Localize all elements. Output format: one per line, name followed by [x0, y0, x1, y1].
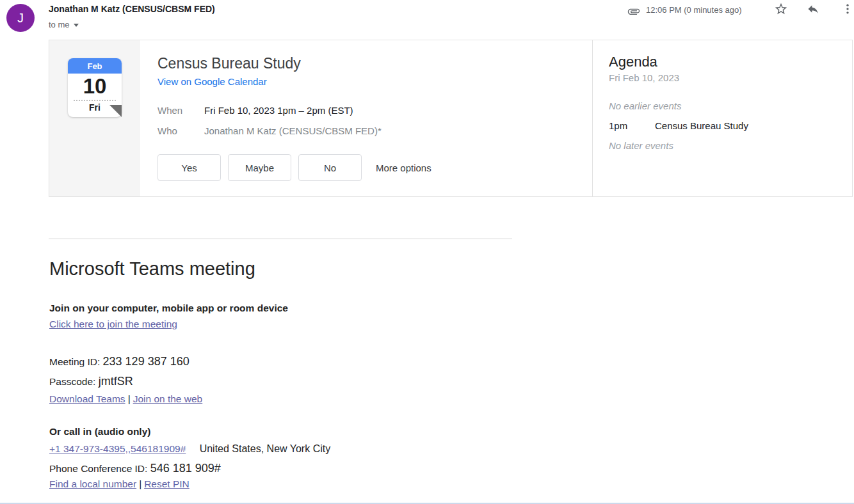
when-row: When Fri Feb 10, 2023 1pm – 2pm (EST) [157, 104, 592, 117]
calendar-date-icon: Feb 10 Fri [68, 58, 122, 117]
join-meeting-link[interactable]: Click here to join the meeting [49, 319, 177, 329]
avatar[interactable]: J [6, 4, 35, 32]
section-divider [49, 239, 512, 239]
who-row: Who Jonathan M Katz (CENSUS/CBSM FED)* [157, 125, 592, 138]
calendar-invite-card: Feb 10 Fri Census Bureau Study View on G… [49, 40, 853, 197]
no-later-events: No later events [609, 140, 852, 151]
conference-id-label: Phone Conference ID: [49, 463, 147, 474]
rsvp-no-button[interactable]: No [298, 154, 362, 181]
no-earlier-events: No earlier events [609, 100, 852, 111]
local-number-row: Find a local number|Reset PIN [49, 478, 854, 490]
rsvp-row: Yes Maybe No More options [157, 154, 592, 181]
download-teams-link[interactable]: Download Teams [49, 393, 125, 404]
date-panel: Feb 10 Fri [49, 40, 140, 196]
separator: | [139, 478, 141, 489]
agenda-event-title: Census Bureau Study [655, 120, 748, 131]
conference-id-row: Phone Conference ID: 546 181 909# [49, 462, 854, 475]
attachment-icon [627, 5, 640, 18]
reply-icon[interactable] [807, 3, 819, 15]
phone-location: United States, New York City [200, 443, 331, 454]
dial-in-number-link[interactable]: +1 347-973-4395,,546181909# [49, 443, 186, 454]
teams-meeting-section: Microsoft Teams meeting Join on your com… [49, 258, 854, 490]
more-options-button[interactable]: More options [376, 162, 431, 173]
passcode-value: jmtfSR [99, 375, 133, 388]
recipient-label: to me [49, 20, 70, 29]
star-icon[interactable] [774, 2, 788, 16]
calendar-day: 10 [68, 74, 122, 98]
meeting-id-value: 233 129 387 160 [103, 355, 189, 368]
view-on-google-calendar-link[interactable]: View on Google Calendar [157, 76, 267, 87]
message-header: J Jonathan M Katz (CENSUS/CBSM FED) to m… [0, 0, 854, 40]
event-details: Census Bureau Study View on Google Calen… [140, 40, 592, 196]
teams-heading: Microsoft Teams meeting [49, 258, 854, 280]
agenda-event-row: 1pm Census Bureau Study [609, 120, 852, 131]
when-label: When [157, 104, 204, 117]
calendar-weekday: Fri [68, 101, 122, 117]
passcode-label: Passcode: [49, 376, 95, 387]
call-in-heading: Or call in (audio only) [49, 426, 854, 437]
rsvp-yes-button[interactable]: Yes [157, 154, 221, 181]
who-value: Jonathan M Katz (CENSUS/CBSM FED)* [204, 125, 382, 138]
rsvp-maybe-button[interactable]: Maybe [228, 154, 291, 181]
recipient-dropdown[interactable]: to me [49, 20, 79, 29]
timestamp: 12:06 PM (0 minutes ago) [646, 5, 742, 15]
more-vert-icon[interactable] [841, 2, 854, 16]
join-on-web-link[interactable]: Join on the web [133, 393, 203, 404]
meeting-id-label: Meeting ID: [49, 356, 100, 367]
calendar-month: Feb [68, 58, 122, 74]
agenda-date: Fri Feb 10, 2023 [609, 72, 852, 83]
agenda-title: Agenda [609, 54, 852, 70]
separator: | [128, 393, 131, 404]
phone-row: +1 347-973-4395,,546181909# United State… [49, 443, 854, 455]
when-value: Fri Feb 10, 2023 1pm – 2pm (EST) [204, 104, 353, 117]
sender-name: Jonathan M Katz (CENSUS/CBSM FED) [49, 4, 215, 14]
agenda-panel: Agenda Fri Feb 10, 2023 No earlier event… [592, 40, 852, 196]
chevron-down-icon [74, 24, 79, 27]
join-heading: Join on your computer, mobile app or roo… [49, 303, 854, 314]
teams-links-row: Download Teams|Join on the web [49, 393, 854, 405]
find-local-number-link[interactable]: Find a local number [49, 478, 136, 489]
event-title: Census Bureau Study [157, 55, 592, 72]
agenda-event-time: 1pm [609, 120, 655, 131]
avatar-letter: J [17, 11, 24, 26]
reset-pin-link[interactable]: Reset PIN [144, 478, 189, 489]
passcode-row: Passcode: jmtfSR [49, 372, 854, 391]
who-label: Who [157, 125, 204, 138]
meeting-id-row: Meeting ID: 233 129 387 160 [49, 352, 854, 372]
conference-id-value: 546 181 909# [150, 462, 221, 475]
